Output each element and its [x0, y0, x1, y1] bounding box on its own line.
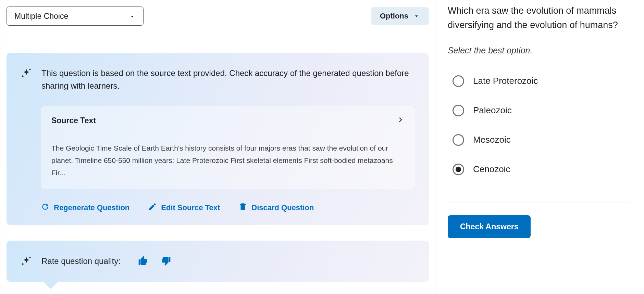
sparkle-icon: [20, 255, 33, 268]
refresh-icon: [41, 202, 50, 213]
source-text-title: Source Text: [51, 116, 96, 125]
discard-label: Discard Question: [251, 203, 314, 212]
radio-icon: [453, 134, 464, 146]
source-text-box: Source Text The Geologic Time Scale of E…: [41, 106, 415, 189]
rate-quality-label: Rate question quality:: [41, 256, 121, 266]
options-label: Options: [380, 12, 408, 21]
edit-source-text-button[interactable]: Edit Source Text: [148, 202, 220, 213]
ai-info-text: This question is based on the source tex…: [41, 67, 415, 92]
answer-option[interactable]: Late Proterozoic: [453, 75, 631, 87]
chevron-down-icon: [413, 13, 420, 20]
editor-top-row: Multiple Choice Options: [7, 7, 429, 26]
radio-icon: [453, 164, 464, 175]
radio-icon: [453, 75, 464, 87]
question-type-value: Multiple Choice: [14, 12, 68, 21]
ai-actions-row: Regenerate Question Edit Source Text Dis…: [41, 202, 415, 213]
question-instruction: Select the best option.: [448, 46, 631, 55]
rate-quality-card: Rate question quality:: [7, 241, 429, 282]
thumbs-up-button[interactable]: [136, 254, 150, 268]
answer-options-group: Late Proterozoic Paleozoic Mesozoic Ceno…: [453, 75, 631, 175]
radio-icon: [453, 105, 464, 116]
question-type-select[interactable]: Multiple Choice: [7, 7, 144, 26]
discard-question-button[interactable]: Discard Question: [238, 202, 314, 213]
answer-option-label: Mesozoic: [473, 135, 511, 145]
check-answers-button[interactable]: Check Answers: [448, 215, 531, 238]
answer-option-label: Late Proterozoic: [473, 76, 538, 86]
divider: [448, 203, 631, 203]
regenerate-label: Regenerate Question: [54, 203, 129, 212]
thumbs-down-button[interactable]: [159, 254, 173, 268]
source-text-body: The Geologic Time Scale of Earth Earth's…: [51, 142, 405, 179]
editor-panel: Multiple Choice Options This quest: [0, 0, 435, 294]
trash-icon: [238, 202, 247, 213]
answer-option-label: Cenozoic: [473, 164, 510, 175]
question-text: Which era saw the evolution of mammals d…: [448, 4, 631, 33]
options-button[interactable]: Options: [371, 7, 429, 25]
edit-source-label: Edit Source Text: [161, 203, 220, 212]
pencil-icon: [148, 202, 157, 213]
sparkle-icon: [20, 67, 33, 80]
answer-option[interactable]: Cenozoic: [453, 164, 631, 175]
ai-source-card: This question is based on the source tex…: [7, 53, 429, 225]
check-answers-label: Check Answers: [460, 222, 518, 231]
answer-option-label: Paleozoic: [473, 105, 512, 116]
preview-panel: Which era saw the evolution of mammals d…: [435, 0, 644, 294]
regenerate-question-button[interactable]: Regenerate Question: [41, 202, 129, 213]
expand-right-icon[interactable]: [396, 116, 405, 125]
answer-option[interactable]: Paleozoic: [453, 105, 631, 116]
answer-option[interactable]: Mesozoic: [453, 134, 631, 146]
chevron-down-icon: [129, 13, 136, 20]
